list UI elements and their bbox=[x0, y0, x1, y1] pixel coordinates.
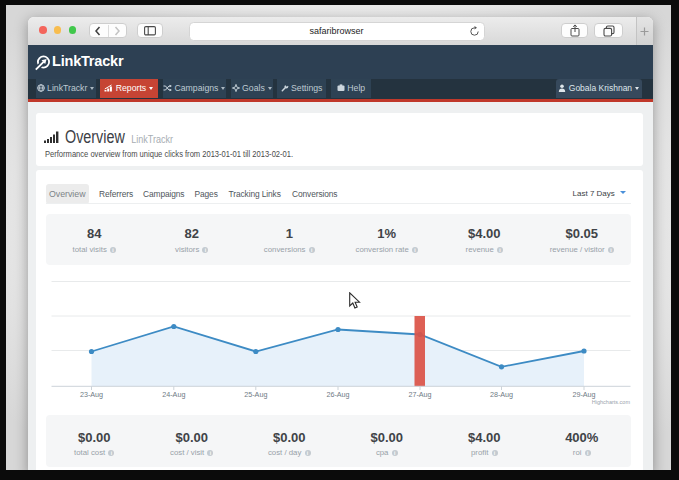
svg-text:27-Aug: 27-Aug bbox=[408, 390, 431, 399]
svg-text:23-Aug: 23-Aug bbox=[80, 390, 103, 399]
svg-text:26-Aug: 26-Aug bbox=[326, 390, 349, 399]
svg-text:25-Aug: 25-Aug bbox=[244, 390, 267, 399]
svg-text:Highcharts.com: Highcharts.com bbox=[592, 399, 631, 405]
svg-text:28-Aug: 28-Aug bbox=[490, 390, 513, 399]
svg-text:24-Aug: 24-Aug bbox=[162, 390, 185, 399]
